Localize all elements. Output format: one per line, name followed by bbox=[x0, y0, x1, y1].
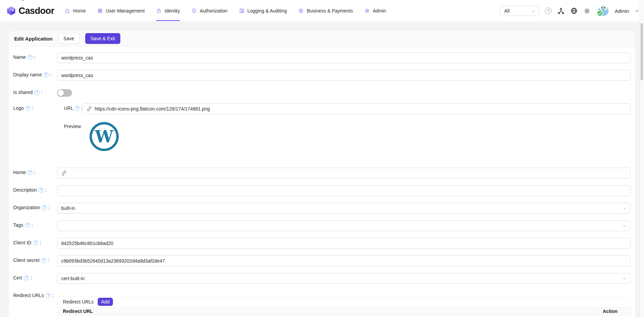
brand-logo[interactable]: Casdoor bbox=[6, 6, 54, 16]
field-row-organization: Organization ? : built-in bbox=[13, 203, 630, 214]
column-header-action: Action bbox=[597, 308, 630, 315]
page-scrollbar bbox=[640, 0, 644, 317]
field-label-is-shared: Is shared ? : bbox=[13, 88, 57, 95]
organization-filter-value: All bbox=[504, 8, 531, 14]
field-label-redirect-urls: Redirect URLs ? : bbox=[13, 291, 57, 298]
help-icon[interactable]: ? bbox=[34, 90, 40, 95]
nav-item-admin[interactable]: Admin bbox=[359, 0, 392, 22]
home-input[interactable] bbox=[69, 168, 626, 178]
help-icon[interactable]: ? bbox=[39, 188, 44, 193]
grid-icon bbox=[97, 8, 103, 14]
sitemap-icon[interactable] bbox=[557, 7, 565, 15]
help-icon[interactable]: ? bbox=[46, 293, 51, 298]
avatar[interactable] bbox=[596, 5, 609, 17]
field-row-is-shared: Is shared ? : bbox=[13, 88, 630, 97]
field-label-client-id: Client ID ? : bbox=[13, 238, 57, 245]
help-icon[interactable]: ? bbox=[25, 106, 30, 111]
home-icon bbox=[65, 8, 70, 14]
scrollbar-thumb[interactable] bbox=[641, 23, 643, 80]
nav-item-label: Logging & Auditing bbox=[247, 8, 287, 14]
field-label-name: Name ? : bbox=[13, 52, 57, 60]
user-name[interactable]: Admin bbox=[615, 8, 629, 14]
add-redirect-url-button[interactable]: Add bbox=[98, 298, 113, 306]
wordpress-logo-preview[interactable]: W bbox=[89, 122, 119, 151]
nav-item-home[interactable]: Home bbox=[59, 0, 91, 22]
chevron-down-icon[interactable] bbox=[635, 9, 639, 13]
field-row-tags: Tags ? : bbox=[13, 220, 630, 231]
redirect-url-row bbox=[57, 315, 630, 317]
help-icon[interactable]: ? bbox=[24, 275, 29, 281]
globe-icon[interactable] bbox=[570, 7, 578, 15]
nav-item-authorization[interactable]: Authorization bbox=[186, 0, 233, 22]
chevron-down-icon bbox=[623, 224, 626, 228]
field-label-home: Home ? : bbox=[13, 168, 57, 175]
save-exit-button[interactable]: Save & Exit bbox=[85, 33, 120, 44]
field-label-display-name: Display name ? : bbox=[13, 70, 57, 77]
nav-item-label: Business & Payments bbox=[307, 8, 353, 14]
casdoor-cube-icon bbox=[6, 6, 16, 16]
theme-sun-icon[interactable] bbox=[583, 7, 591, 15]
is-shared-toggle[interactable] bbox=[57, 89, 72, 97]
help-icon[interactable]: ? bbox=[42, 205, 47, 210]
redirect-urls-table-header: Redirect URLs Add bbox=[57, 296, 630, 307]
client-id-input[interactable] bbox=[57, 238, 630, 249]
home-field bbox=[57, 168, 630, 178]
audit-icon bbox=[239, 8, 244, 14]
logo-spark-icon bbox=[22, 0, 25, 1]
gear-icon bbox=[364, 8, 370, 14]
help-icon[interactable]: ? bbox=[545, 7, 552, 14]
redirect-urls-table-title: Redirect URLs bbox=[63, 299, 94, 304]
brand-name: Casdoor bbox=[19, 6, 54, 16]
field-row-description: Description ? : bbox=[13, 185, 630, 196]
field-row-redirect-urls: Redirect URLs ? : Redirect URLs Add Redi… bbox=[13, 291, 630, 317]
nav-item-user-management[interactable]: User Management bbox=[92, 0, 150, 22]
card-header: Edit Application Save Save & Exit bbox=[9, 31, 635, 47]
nav-item-business-payments[interactable]: Business & Payments bbox=[292, 0, 358, 22]
field-row-logo: Logo ? : URL ? : bbox=[13, 103, 630, 151]
display-name-input[interactable] bbox=[57, 70, 630, 81]
dollar-icon bbox=[298, 8, 304, 14]
field-row-home: Home ? : bbox=[13, 168, 630, 178]
field-label-tags: Tags ? : bbox=[13, 220, 57, 228]
redirect-urls-column-headers: Redirect URL Action bbox=[57, 307, 630, 315]
chevron-down-icon bbox=[531, 9, 535, 13]
help-icon[interactable]: ? bbox=[44, 72, 49, 77]
name-input[interactable] bbox=[57, 52, 630, 63]
help-icon[interactable]: ? bbox=[75, 106, 80, 111]
cert-select[interactable]: cert-built-in bbox=[57, 273, 630, 284]
help-icon[interactable]: ? bbox=[33, 240, 38, 245]
nav-item-identity[interactable]: Identity bbox=[150, 0, 186, 22]
client-secret-input[interactable] bbox=[57, 255, 630, 266]
nav-item-label: Authorization bbox=[200, 8, 228, 14]
column-header-redirect-url: Redirect URL bbox=[57, 308, 597, 315]
field-label-client-secret: Client secret ? : bbox=[13, 255, 57, 263]
field-label-logo-url: URL ? : bbox=[57, 103, 82, 111]
help-icon[interactable]: ? bbox=[25, 223, 30, 228]
lock-icon bbox=[156, 8, 162, 14]
redirect-urls-table: Redirect URLs Add Redirect URL Action bbox=[57, 296, 630, 317]
logo-url-row: URL ? : bbox=[57, 103, 630, 114]
tags-select[interactable] bbox=[57, 220, 630, 231]
nav-item-label: User Management bbox=[106, 8, 145, 14]
help-icon[interactable]: ? bbox=[41, 258, 46, 263]
nav-item-logging-auditing[interactable]: Logging & Auditing bbox=[233, 0, 293, 22]
svg-text:W: W bbox=[95, 127, 114, 146]
chevron-down-icon bbox=[623, 206, 626, 210]
description-input[interactable] bbox=[57, 185, 630, 196]
main-menu: Home User Management Identity Authorizat… bbox=[59, 0, 392, 22]
field-label-description: Description ? : bbox=[13, 185, 57, 193]
logo-preview-row: Preview: W bbox=[57, 122, 630, 151]
wordpress-logo: W bbox=[89, 122, 119, 151]
organization-select[interactable]: built-in bbox=[57, 203, 630, 214]
logo-url-input[interactable] bbox=[95, 104, 626, 114]
help-icon[interactable]: ? bbox=[27, 55, 32, 60]
field-label-logo: Logo ? : bbox=[13, 103, 57, 111]
help-icon[interactable]: ? bbox=[27, 170, 32, 175]
organization-filter-select[interactable]: All bbox=[500, 6, 539, 16]
top-nav: Casdoor Home User Management Identity bbox=[0, 0, 644, 22]
field-label-organization: Organization ? : bbox=[13, 203, 57, 210]
save-button[interactable]: Save bbox=[58, 33, 80, 44]
application-form: Name ? : Display name ? : Is shared ? bbox=[9, 47, 635, 317]
nav-right: All ? Admin bbox=[500, 5, 639, 17]
gopher-avatar-icon bbox=[596, 5, 609, 17]
